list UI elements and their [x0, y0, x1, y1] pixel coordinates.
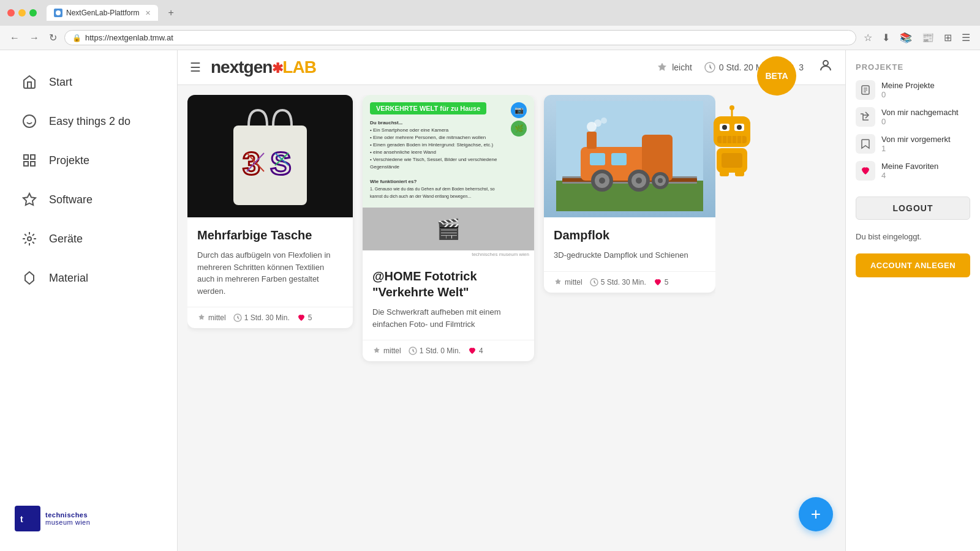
- sidebar-logo: t technisches museum wien: [0, 493, 177, 544]
- user-avatar-button[interactable]: [818, 58, 833, 77]
- beta-badge: BETA: [757, 56, 796, 96]
- svg-point-1: [23, 115, 36, 127]
- svg-point-59: [594, 119, 601, 127]
- difficulty-icon: [656, 61, 668, 73]
- right-item-vorgemerkt[interactable]: Von mir vorgemerkt 1: [856, 130, 970, 157]
- sidebar-label-easy-things: Easy things 2 do: [49, 115, 130, 128]
- back-button[interactable]: ←: [7, 30, 22, 46]
- card-title-tasche: Mehrfarbige Tasche: [197, 227, 343, 243]
- svg-rect-7: [31, 162, 35, 166]
- right-item-meine-projekte[interactable]: Meine Projekte 0: [856, 77, 970, 103]
- sidebar-label-projekte: Projekte: [49, 154, 89, 167]
- video-area: 🎬: [363, 208, 534, 250]
- right-label-nachgemacht: Von mir nachgemacht: [881, 108, 970, 117]
- right-count-vorgemerkt: 1: [881, 144, 970, 153]
- url-input[interactable]: [85, 33, 848, 42]
- card-image-train: [544, 95, 715, 217]
- sidebar-label-start: Start: [49, 76, 72, 89]
- sidebar-item-software[interactable]: Software: [5, 181, 172, 218]
- difficulty-value: leicht: [672, 62, 692, 72]
- card-body-fototrick: @HOME Fototrick "Verkehrte Welt" Die Sch…: [363, 258, 534, 340]
- sidebar-item-material[interactable]: Material: [5, 260, 172, 296]
- right-label-vorgemerkt: Von mir vorgemerkt: [881, 135, 970, 144]
- browser-titlebar: NextGenLab-Plattform ✕ +: [0, 0, 980, 26]
- right-item-favoriten[interactable]: Meine Favoriten 4: [856, 157, 970, 184]
- card-footer-fototrick: mittel 1 Std. 0 Min. 4: [363, 340, 534, 361]
- account-anlegen-button[interactable]: ACCOUNT ANLEGEN: [856, 253, 970, 277]
- new-tab-button[interactable]: +: [163, 5, 178, 21]
- refresh-button[interactable]: ↻: [47, 29, 59, 46]
- home-icon: [20, 72, 39, 92]
- likes-value: 3: [799, 62, 804, 72]
- right-count-nachgemacht: 0: [881, 117, 970, 126]
- card-difficulty-fototrick: mittel: [372, 347, 401, 355]
- bookmark-star-button[interactable]: ☆: [861, 29, 875, 46]
- right-item-nachgemacht[interactable]: Von mir nachgemacht 0: [856, 103, 970, 130]
- card-dampflok[interactable]: Dampflok 3D-gedruckte Dampflok und Schie…: [544, 95, 715, 293]
- main-header: ☰ nextgen✱LAB leicht 0 Std. 20 Min. 3 BE…: [178, 50, 845, 85]
- right-count-meine-projekte: 0: [881, 90, 970, 99]
- lock-icon: 🔒: [72, 34, 81, 42]
- forward-button[interactable]: →: [27, 30, 42, 46]
- card-home-fototrick[interactable]: VERKEHRTE WELT für zu Hause Du brauchst.…: [363, 95, 534, 361]
- card-body-tasche: Mehrfarbige Tasche Durch das aufbügeln v…: [187, 217, 353, 307]
- card-time-fototrick: 1 Std. 0 Min.: [409, 347, 461, 355]
- card-desc-tasche: Durch das aufbügeln von Flexfolien in me…: [197, 249, 343, 297]
- svg-rect-47: [611, 153, 627, 165]
- card-difficulty-tasche: mittel: [197, 313, 226, 322]
- tab-close-button[interactable]: ✕: [145, 9, 151, 17]
- difficulty-meta: leicht: [656, 61, 692, 73]
- nachgemacht-icon: [856, 107, 875, 127]
- svg-point-18: [722, 125, 727, 130]
- svg-text:t: t: [20, 514, 23, 524]
- card-footer-tasche: mittel 1 Std. 30 Min. 5: [187, 307, 353, 328]
- card-image-bag: 3 S: [187, 95, 353, 217]
- right-count-favoriten: 4: [881, 171, 970, 180]
- robot-mascot: [698, 104, 766, 180]
- app-layout: Start Easy things 2 do Projekte Software…: [0, 50, 980, 551]
- svg-rect-46: [590, 153, 605, 165]
- right-label-meine-projekte: Meine Projekte: [881, 81, 970, 90]
- card-desc-fototrick: Die Schwerkraft aufheben mit einem einfa…: [372, 306, 524, 330]
- menu-button[interactable]: ☰: [959, 29, 973, 46]
- card-featured-top: VERKEHRTE WELT für zu Hause Du brauchst.…: [363, 95, 534, 208]
- browser-nav-icons: ☆ ⬇ 📚 📰 ⊞ ☰: [861, 29, 973, 46]
- right-projects-section: PROJEKTE Meine Projekte 0 Von mir nachge…: [856, 62, 970, 184]
- reader-button[interactable]: 📰: [919, 29, 937, 46]
- card-mehrfarbige-tasche[interactable]: 3 S Mehrfarbige Tasche Durch das aufbüge…: [187, 95, 353, 328]
- browser-chrome: NextGenLab-Plattform ✕ + ← → ↻ 🔒 ☆ ⬇ 📚 📰…: [0, 0, 980, 50]
- video-icon: 🎬: [436, 217, 461, 241]
- fab-add-button[interactable]: +: [799, 497, 833, 531]
- download-button[interactable]: ⬇: [880, 29, 892, 46]
- maximize-dot[interactable]: [29, 9, 37, 17]
- brand-logo: nextgen✱LAB: [211, 58, 316, 77]
- browser-tab[interactable]: NextGenLab-Plattform ✕: [47, 5, 158, 21]
- svg-point-53: [636, 178, 642, 184]
- watermark-text: technisches museum wien: [363, 250, 534, 258]
- favoriten-icon: [856, 161, 875, 181]
- sidebar: Start Easy things 2 do Projekte Software…: [0, 50, 178, 551]
- logout-button[interactable]: LOGOUT: [856, 197, 970, 220]
- sidebar-item-start[interactable]: Start: [5, 64, 172, 100]
- extensions-button[interactable]: ⊞: [941, 29, 954, 46]
- svg-point-56: [658, 178, 663, 183]
- svg-point-14: [729, 105, 734, 110]
- minimize-dot[interactable]: [18, 9, 26, 17]
- sidebar-item-geraete[interactable]: Geräte: [5, 220, 172, 257]
- svg-rect-27: [722, 153, 742, 168]
- fab-plus-icon: +: [811, 504, 821, 524]
- svg-point-19: [737, 125, 742, 130]
- bookmarks-button[interactable]: 📚: [897, 29, 914, 46]
- sidebar-item-easy-things[interactable]: Easy things 2 do: [5, 103, 172, 140]
- close-dot[interactable]: [7, 9, 15, 17]
- featured-badge: VERKEHRTE WELT für zu Hause: [370, 102, 486, 114]
- sidebar-label-geraete: Geräte: [49, 233, 83, 246]
- right-label-favoriten: Meine Favoriten: [881, 162, 970, 171]
- address-bar[interactable]: 🔒: [64, 30, 856, 45]
- sidebar-item-projekte[interactable]: Projekte: [5, 142, 172, 179]
- svg-rect-4: [24, 155, 28, 159]
- browser-dots: [7, 9, 37, 17]
- projekte-icon: [20, 151, 39, 170]
- hamburger-button[interactable]: ☰: [190, 60, 201, 75]
- card-time-tasche: 1 Std. 30 Min.: [233, 313, 290, 322]
